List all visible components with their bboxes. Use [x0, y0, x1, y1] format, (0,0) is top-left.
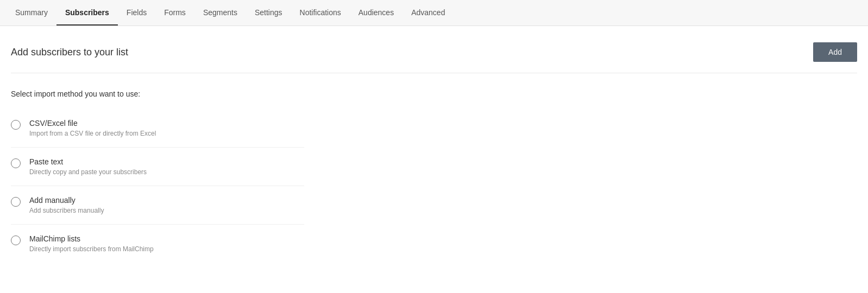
nav-item-subscribers[interactable]: Subscribers — [56, 1, 118, 26]
radio-mailchimp[interactable] — [11, 235, 21, 245]
radio-wrapper-csv — [11, 120, 21, 131]
nav-item-summary[interactable]: Summary — [7, 1, 56, 26]
import-option-paste[interactable]: Paste textDirectly copy and paste your s… — [11, 148, 304, 186]
nav-item-settings[interactable]: Settings — [246, 1, 291, 26]
main-content: Add subscribers to your list Add Select … — [0, 26, 868, 293]
page-title: Add subscribers to your list — [11, 47, 128, 58]
add-button[interactable]: Add — [813, 42, 857, 62]
option-title-mailchimp: MailChimp lists — [29, 234, 154, 243]
option-content-paste: Paste textDirectly copy and paste your s… — [29, 157, 147, 176]
import-options-container: CSV/Excel fileImport from a CSV file or … — [11, 109, 304, 263]
option-description-manual: Add subscribers manually — [29, 207, 104, 214]
nav-item-segments[interactable]: Segments — [194, 1, 246, 26]
import-option-csv[interactable]: CSV/Excel fileImport from a CSV file or … — [11, 109, 304, 148]
import-option-mailchimp[interactable]: MailChimp listsDirectly import subscribe… — [11, 225, 304, 263]
nav-item-audiences[interactable]: Audiences — [350, 1, 402, 26]
radio-wrapper-mailchimp — [11, 235, 21, 247]
nav-item-forms[interactable]: Forms — [155, 1, 194, 26]
option-description-csv: Import from a CSV file or directly from … — [29, 130, 156, 137]
option-content-mailchimp: MailChimp listsDirectly import subscribe… — [29, 234, 154, 253]
import-option-manual[interactable]: Add manuallyAdd subscribers manually — [11, 186, 304, 225]
nav-item-advanced[interactable]: Advanced — [402, 1, 454, 26]
section-label: Select import method you want to use: — [11, 90, 857, 98]
navigation-bar: SummarySubscribersFieldsFormsSegmentsSet… — [0, 0, 868, 26]
nav-item-fields[interactable]: Fields — [118, 1, 155, 26]
radio-csv[interactable] — [11, 120, 21, 130]
radio-wrapper-paste — [11, 158, 21, 170]
option-content-manual: Add manuallyAdd subscribers manually — [29, 196, 104, 214]
option-content-csv: CSV/Excel fileImport from a CSV file or … — [29, 119, 156, 137]
nav-item-notifications[interactable]: Notifications — [291, 1, 350, 26]
radio-paste[interactable] — [11, 158, 21, 168]
option-description-mailchimp: Directly import subscribers from MailChi… — [29, 245, 154, 253]
radio-manual[interactable] — [11, 197, 21, 207]
import-options-list: CSV/Excel fileImport from a CSV file or … — [11, 109, 304, 263]
option-description-paste: Directly copy and paste your subscribers — [29, 168, 147, 176]
radio-wrapper-manual — [11, 197, 21, 208]
option-title-csv: CSV/Excel file — [29, 119, 156, 128]
page-header: Add subscribers to your list Add — [11, 42, 857, 73]
option-title-paste: Paste text — [29, 157, 147, 166]
option-title-manual: Add manually — [29, 196, 104, 205]
